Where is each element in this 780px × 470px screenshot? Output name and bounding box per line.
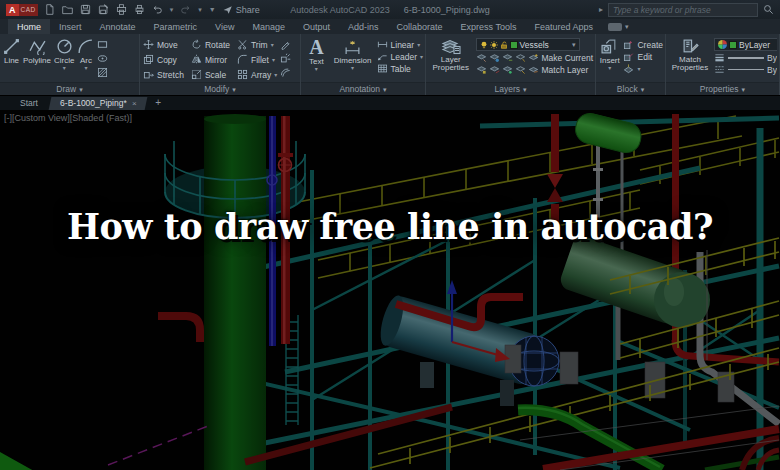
tab-start[interactable]: Start xyxy=(10,97,48,110)
create-block-button[interactable]: Create xyxy=(623,39,663,50)
layer-tool-icon xyxy=(476,64,487,75)
trim-button[interactable]: Trim ▾ xyxy=(237,37,277,52)
offset-tool-icon[interactable] xyxy=(280,67,291,78)
color-swatch xyxy=(729,41,737,49)
linear-button[interactable]: Linear ▾ xyxy=(377,39,423,50)
chevron-down-icon[interactable]: ▾ xyxy=(63,66,66,70)
close-tab-icon[interactable]: × xyxy=(132,99,137,108)
chevron-down-icon[interactable]: ▾ xyxy=(274,73,277,77)
line-button[interactable]: Line xyxy=(3,36,20,65)
ellipse-tool-icon[interactable] xyxy=(97,53,108,64)
make-current-button[interactable]: Make Current xyxy=(476,52,594,63)
rectangle-tool-icon[interactable] xyxy=(97,39,108,50)
block-attributes-button[interactable]: ▾ xyxy=(623,63,663,74)
tab-parametric[interactable]: Parametric xyxy=(145,19,207,34)
new-file-icon[interactable] xyxy=(44,4,55,15)
customize-qat-icon[interactable]: ▼ xyxy=(209,6,216,13)
table-button[interactable]: Table xyxy=(377,63,423,74)
move-button[interactable]: Move xyxy=(143,37,184,52)
tab-home[interactable]: Home xyxy=(8,19,50,34)
plot-icon[interactable] xyxy=(116,4,127,15)
tab-active-drawing[interactable]: 6-B-1000_Piping* × xyxy=(49,97,148,110)
color-wheel-icon xyxy=(718,40,727,49)
chevron-down-icon[interactable]: ▾ xyxy=(417,43,420,47)
save-as-icon[interactable] xyxy=(98,4,109,15)
chevron-down-icon[interactable]: ▾ xyxy=(420,55,423,59)
match-properties-button[interactable]: Match Properties xyxy=(669,36,711,72)
fillet-button[interactable]: Fillet ▾ xyxy=(237,52,277,67)
linetype-select[interactable]: ByLayer xyxy=(714,64,777,75)
panel-label-properties[interactable]: Properties xyxy=(666,82,779,95)
layer-select[interactable]: Vessels ▾ xyxy=(476,38,580,51)
redo-dropdown-icon[interactable]: ▾ xyxy=(198,6,202,14)
tab-express-tools[interactable]: Express Tools xyxy=(452,19,526,34)
ribbon-tab-bar: Home Insert Annotate Parametric View Man… xyxy=(0,19,780,34)
tab-collaborate[interactable]: Collaborate xyxy=(388,19,452,34)
panel-label-layers[interactable]: Layers xyxy=(426,82,595,95)
arc-button[interactable]: Arc ▾ xyxy=(77,36,94,70)
save-icon[interactable] xyxy=(80,4,91,15)
panel-label-draw[interactable]: Draw xyxy=(0,82,139,95)
chevron-down-icon[interactable]: ▾ xyxy=(271,43,274,47)
array-button[interactable]: Array ▾ xyxy=(237,67,277,82)
object-color-select[interactable]: ByLayer ▾ xyxy=(714,38,777,51)
share-button[interactable]: Share xyxy=(223,5,260,15)
tab-featured-apps[interactable]: Featured Apps xyxy=(525,19,602,34)
search-expand-icon[interactable]: ▸ xyxy=(599,5,603,14)
panel-layers: Layer Properties Vessels ▾ xyxy=(426,34,596,95)
explode-tool-icon[interactable] xyxy=(280,53,291,64)
rotate-button[interactable]: Rotate xyxy=(191,37,230,52)
chevron-down-icon[interactable]: ▾ xyxy=(315,67,318,71)
chevron-down-icon: ▾ xyxy=(572,41,576,49)
hatch-tool-icon[interactable] xyxy=(97,67,108,78)
lineweight-select[interactable]: ByLayer xyxy=(714,52,777,63)
quick-access-toolbar: ▾ ▾ ▼ Share xyxy=(44,4,260,15)
ribbon: Line Polyline Circle ▾ Arc ▾ Draw xyxy=(0,34,780,96)
rotate-icon xyxy=(191,39,202,50)
open-folder-icon[interactable] xyxy=(62,4,73,15)
chevron-down-icon[interactable]: ▾ xyxy=(351,66,354,70)
tab-output[interactable]: Output xyxy=(294,19,339,34)
dimension-button[interactable]: Dimension ▾ xyxy=(332,36,374,70)
tab-annotate[interactable]: Annotate xyxy=(91,19,145,34)
chevron-down-icon[interactable]: ▾ xyxy=(272,58,275,62)
search-icon[interactable] xyxy=(763,4,774,15)
chevron-down-icon[interactable]: ▾ xyxy=(608,66,611,70)
app-menu-button[interactable]: A CAD xyxy=(6,3,38,16)
text-button[interactable]: A Text ▾ xyxy=(304,36,329,71)
undo-dropdown-icon[interactable]: ▾ xyxy=(170,6,174,14)
circle-button[interactable]: Circle ▾ xyxy=(54,36,74,70)
match-layer-button[interactable]: Match Layer xyxy=(476,64,594,75)
chevron-down-icon[interactable]: ▾ xyxy=(84,66,87,70)
linetype-sample xyxy=(728,69,764,70)
panel-label-block[interactable]: Block xyxy=(596,82,665,95)
mirror-button[interactable]: Mirror xyxy=(191,52,230,67)
search-input[interactable] xyxy=(608,3,758,17)
redo-icon[interactable] xyxy=(180,4,191,15)
polyline-button[interactable]: Polyline xyxy=(23,36,51,65)
tab-manage[interactable]: Manage xyxy=(243,19,294,34)
drawing-viewport[interactable]: [-][Custom View][Shaded (Fast)] How to d… xyxy=(0,110,780,470)
print-icon[interactable] xyxy=(134,4,145,15)
new-drawing-button[interactable]: + xyxy=(148,97,168,110)
tab-view[interactable]: View xyxy=(206,19,243,34)
insert-button[interactable]: Insert ▾ xyxy=(599,36,620,70)
match-properties-icon xyxy=(682,38,699,55)
dimension-icon xyxy=(344,38,361,55)
panel-label-annotation[interactable]: Annotation xyxy=(301,82,425,95)
erase-tool-icon[interactable] xyxy=(280,39,291,50)
tab-insert[interactable]: Insert xyxy=(50,19,91,34)
scale-button[interactable]: Scale xyxy=(191,67,230,82)
stretch-button[interactable]: Stretch xyxy=(143,67,184,82)
tab-add-ins[interactable]: Add-ins xyxy=(339,19,388,34)
undo-icon[interactable] xyxy=(152,4,163,15)
layer-tool-icon xyxy=(489,52,500,63)
copy-button[interactable]: Copy xyxy=(143,52,184,67)
linetype-icon xyxy=(714,64,725,75)
edit-block-button[interactable]: Edit xyxy=(623,51,663,62)
panel-label-modify[interactable]: Modify xyxy=(140,82,300,95)
chevron-down-icon[interactable]: ▾ xyxy=(637,67,640,71)
ribbon-options-button[interactable]: ▾ xyxy=(608,19,629,34)
layer-properties-button[interactable]: Layer Properties xyxy=(429,36,473,72)
leader-button[interactable]: Leader ▾ xyxy=(377,51,423,62)
